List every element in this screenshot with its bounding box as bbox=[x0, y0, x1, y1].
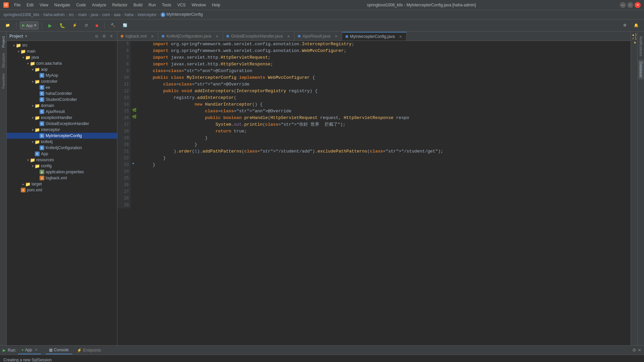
menu-item-code[interactable]: Code bbox=[73, 1, 89, 9]
minimize-button[interactable]: — bbox=[620, 2, 626, 8]
breadcrumb-item-src[interactable]: src bbox=[69, 12, 74, 17]
breadcrumb-item-main[interactable]: main bbox=[78, 12, 87, 17]
console-tab[interactable]: ▦ Console bbox=[46, 346, 72, 354]
tree-item-aop[interactable]: ▾📁aop bbox=[7, 66, 117, 72]
coverage-button[interactable]: ⚡ bbox=[70, 21, 80, 29]
tree-item-src[interactable]: ▾📁src bbox=[7, 42, 117, 48]
close-button[interactable]: ✕ bbox=[635, 2, 641, 8]
left-tab-project[interactable]: Project bbox=[1, 34, 6, 50]
breadcrumb-sep: › bbox=[88, 12, 90, 17]
gutter-icon-11[interactable]: 🌿 bbox=[132, 108, 137, 112]
menu-item-analyze[interactable]: Analyze bbox=[89, 1, 109, 9]
close-panel-btn[interactable]: ✕ bbox=[108, 33, 114, 39]
code-editor[interactable]: 5678910111213141516171819202122232425262… bbox=[117, 41, 631, 345]
stop-button[interactable]: ■ bbox=[93, 21, 101, 29]
dropdown-arrow-icon: ▾ bbox=[34, 23, 36, 27]
menu-item-navigate[interactable]: Navigate bbox=[52, 1, 73, 9]
tree-item-knife4jconfig[interactable]: CKnife4jConfiguration bbox=[7, 145, 117, 151]
editor-area: logback.xml✕Knife4jConfiguration.java✕Gl… bbox=[117, 32, 631, 345]
editor-tab-globalexception[interactable]: GlobalExceptionHandler.java✕ bbox=[223, 32, 294, 41]
menu-item-build[interactable]: Build bbox=[131, 1, 145, 9]
code-line-8: import javax.servlet.http.HttpServletReq… bbox=[142, 54, 627, 61]
tree-item-myintercepterconfig[interactable]: CMyIntercepterConfig bbox=[7, 133, 117, 139]
sync-btn[interactable]: 🔄 bbox=[120, 21, 130, 29]
menu-item-view[interactable]: View bbox=[37, 1, 51, 9]
tree-item-hahacontroller[interactable]: ChahaController bbox=[7, 90, 117, 97]
editor-tab-knife4jconfig[interactable]: Knife4jConfiguration.java✕ bbox=[158, 32, 223, 41]
notifications-btn[interactable]: 🔔 bbox=[631, 21, 641, 29]
left-tab-favorites[interactable]: Favorites bbox=[1, 71, 6, 90]
app-tab-close[interactable]: ✕ bbox=[35, 348, 38, 352]
menu-item-run[interactable]: Run bbox=[146, 1, 159, 9]
code-lines: import org.springframework.web.servlet.c… bbox=[139, 41, 631, 208]
breadcrumb-item-com[interactable]: com bbox=[102, 12, 110, 17]
tree-item-domain[interactable]: ▾📁domain bbox=[7, 103, 117, 109]
tree-item-studentcontroller[interactable]: CStudentController bbox=[7, 97, 117, 103]
tab-close-ajaxresult[interactable]: ✕ bbox=[334, 34, 338, 39]
breadcrumb-item-haha-admin[interactable]: haha-admin bbox=[43, 12, 64, 17]
maximize-button[interactable]: □ bbox=[627, 2, 633, 8]
close-bottom-btn[interactable]: ✕ bbox=[638, 348, 641, 353]
tree-item-ajaxresult[interactable]: CAjaxResult bbox=[7, 109, 117, 115]
menu-item-edit[interactable]: Edit bbox=[24, 1, 36, 9]
run-button[interactable]: ▶ bbox=[46, 21, 55, 29]
right-tab-database[interactable]: Database bbox=[638, 60, 644, 79]
menu-item-file[interactable]: File bbox=[11, 1, 23, 9]
tree-item-app[interactable]: CApp bbox=[7, 151, 117, 157]
tab-close-myintercepter[interactable]: ✕ bbox=[398, 34, 403, 39]
breadcrumb: springboot1008_ktlx›haha-admin›src›main›… bbox=[0, 10, 644, 19]
menu-item-refactor[interactable]: Refactor bbox=[110, 1, 130, 9]
tree-item-comaahahaha[interactable]: ▾📁com.aaa.haha bbox=[7, 60, 117, 66]
menu-item-help[interactable]: Help bbox=[209, 1, 223, 9]
tree-item-pomxml[interactable]: xpom.xml bbox=[7, 187, 117, 193]
settings-btn[interactable]: ⚙ bbox=[621, 21, 629, 29]
tree-label-app: App bbox=[41, 152, 48, 156]
gutter-icon-12[interactable]: 🌿 bbox=[132, 115, 137, 119]
editor-tab-ajaxresult[interactable]: AjaxResult.java✕ bbox=[294, 32, 342, 41]
tree-item-java[interactable]: ▾📁java bbox=[7, 54, 117, 60]
settings-gear-btn[interactable]: ⚙ bbox=[101, 33, 107, 39]
editor-tab-logback[interactable]: logback.xml✕ bbox=[117, 32, 158, 41]
tree-item-globalexception[interactable]: CGlobalExceptionHandler bbox=[7, 121, 117, 127]
tree-item-controller[interactable]: ▾📁controller bbox=[7, 78, 117, 84]
breadcrumb-item-aaa[interactable]: aaa bbox=[114, 12, 121, 17]
profile-button[interactable]: ⏱ bbox=[82, 21, 91, 29]
java-app-icon-app: C bbox=[35, 152, 40, 156]
gutter-icon-19[interactable]: ● bbox=[132, 162, 135, 166]
tree-item-config[interactable]: ▾📁config bbox=[7, 163, 117, 169]
tree-item-target[interactable]: ▸📁target bbox=[7, 181, 117, 187]
right-tab-notifications[interactable]: Notifications bbox=[638, 34, 644, 58]
debug-button[interactable]: 🐛 bbox=[57, 21, 68, 29]
menu-item-tools[interactable]: Tools bbox=[159, 1, 174, 9]
tab-close-knife4jconfig[interactable]: ✕ bbox=[215, 34, 219, 39]
breadcrumb-item-haha[interactable]: haha bbox=[125, 12, 134, 17]
tab-close-logback[interactable]: ✕ bbox=[150, 34, 155, 39]
collapse-all-btn[interactable]: ⊖ bbox=[94, 33, 100, 39]
line-number-16: 16 bbox=[119, 115, 129, 121]
breadcrumb-item-springboot1008-ktlx[interactable]: springboot1008_ktlx bbox=[3, 12, 39, 17]
tree-item-resources[interactable]: ▾📁resources bbox=[7, 157, 117, 163]
menu-item-vcs[interactable]: VCS bbox=[175, 1, 189, 9]
breadcrumb-item-java[interactable]: java bbox=[91, 12, 98, 17]
run-config-dropdown[interactable]: ▶ App ▾ bbox=[20, 21, 39, 29]
left-tab-structure[interactable]: Structure bbox=[1, 51, 6, 70]
tree-item-appprops[interactable]: papplication.properties bbox=[7, 169, 117, 175]
tree-item-logback[interactable]: xlogback.xml bbox=[7, 175, 117, 181]
tree-item-interceptor[interactable]: ▾📁interceptor bbox=[7, 127, 117, 133]
toolbar-project-btn[interactable]: 📁 bbox=[3, 21, 13, 29]
build-btn[interactable]: 🔨 bbox=[108, 21, 118, 29]
menu-item-window[interactable]: Window bbox=[189, 1, 209, 9]
breadcrumb-item-myintercepterconfig[interactable]: C MyIntercepterConfig bbox=[161, 12, 203, 17]
editor-tab-myintercepter[interactable]: MyIntercepterConfig.java✕ bbox=[342, 32, 407, 41]
endpoints-tab[interactable]: ⚡ Endpoints bbox=[73, 347, 104, 354]
project-tree: ▾📁src▾📁main▾📁java▾📁com.aaa.haha▾📁aopCMyA… bbox=[7, 41, 117, 345]
tab-close-globalexception[interactable]: ✕ bbox=[286, 34, 291, 39]
tree-item-ee[interactable]: Cee bbox=[7, 84, 117, 90]
tree-item-exceptionhandler[interactable]: ▾📁exceptionHandler bbox=[7, 115, 117, 121]
tree-item-myaop[interactable]: CMyAop bbox=[7, 72, 117, 78]
settings-console-btn[interactable]: ⚙ bbox=[632, 348, 636, 353]
bottom-app-tab[interactable]: ● App ✕ bbox=[18, 346, 41, 354]
tree-item-main[interactable]: ▾📁main bbox=[7, 48, 117, 54]
breadcrumb-item-interceptor[interactable]: interceptor bbox=[138, 12, 157, 17]
tree-item-knife4j[interactable]: ▾📁knife4j bbox=[7, 139, 117, 145]
